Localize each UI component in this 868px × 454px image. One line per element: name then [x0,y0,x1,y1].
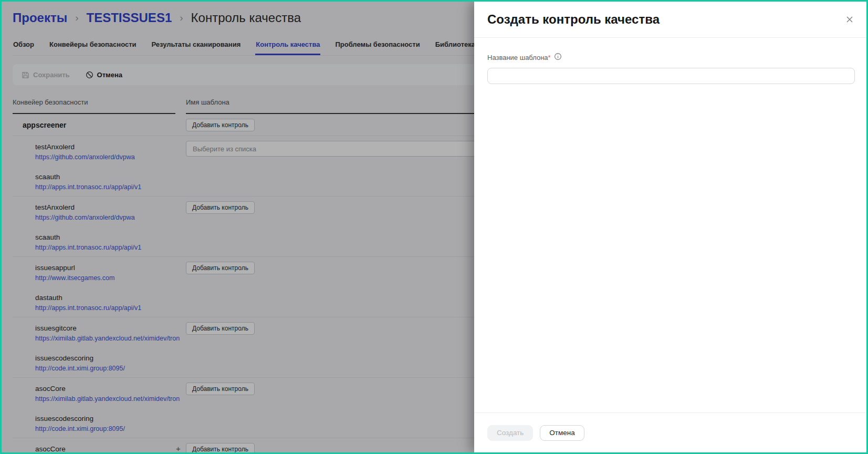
drawer-body: Название шаблона* [474,38,866,84]
create-quality-control-drawer: Создать контроль качества Название шабло… [474,2,866,452]
template-name-label: Название шаблона* [487,54,551,61]
info-icon[interactable] [554,53,562,63]
required-mark: * [548,54,551,61]
template-name-input[interactable] [487,68,855,84]
drawer-footer: Создать Отмена [474,412,866,452]
create-button[interactable]: Создать [487,425,533,441]
close-button[interactable] [843,13,856,26]
cancel-button[interactable]: Отмена [540,425,584,441]
drawer-title: Создать контроль качества [487,12,660,27]
drawer-header: Создать контроль качества [474,2,866,38]
close-icon [845,17,854,25]
